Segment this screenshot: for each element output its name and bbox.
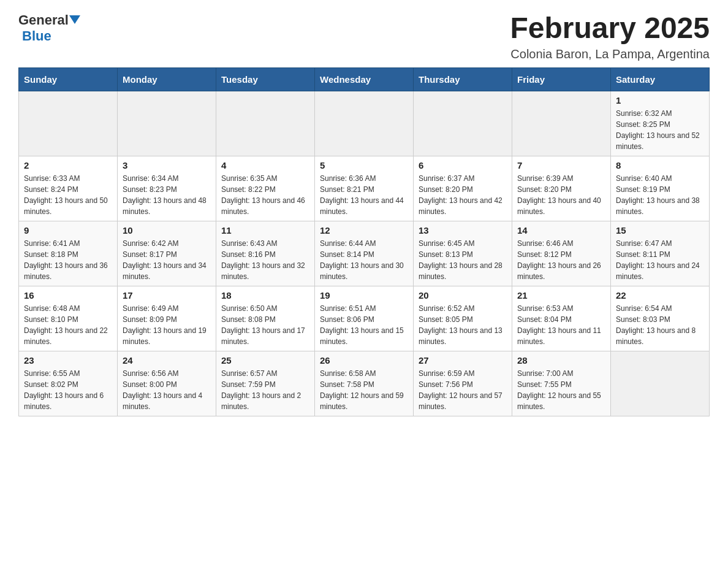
- logo-blue-text: Blue: [22, 28, 51, 44]
- week-row-1: 1Sunrise: 6:32 AMSunset: 8:25 PMDaylight…: [19, 91, 710, 156]
- calendar-cell: 8Sunrise: 6:40 AMSunset: 8:19 PMDaylight…: [611, 156, 710, 221]
- day-number: 4: [221, 160, 309, 170]
- calendar-cell: 21Sunrise: 6:53 AMSunset: 8:04 PMDayligh…: [512, 286, 611, 351]
- calendar-cell: [414, 91, 512, 156]
- day-info: Sunrise: 6:51 AMSunset: 8:06 PMDaylight:…: [320, 303, 408, 347]
- day-info: Sunrise: 6:58 AMSunset: 7:58 PMDaylight:…: [320, 368, 408, 412]
- calendar-table: SundayMondayTuesdayWednesdayThursdayFrid…: [18, 67, 710, 416]
- calendar-cell: 14Sunrise: 6:46 AMSunset: 8:12 PMDayligh…: [512, 221, 611, 286]
- day-number: 3: [123, 160, 211, 170]
- calendar-cell: 3Sunrise: 6:34 AMSunset: 8:23 PMDaylight…: [118, 156, 216, 221]
- calendar-cell: 4Sunrise: 6:35 AMSunset: 8:22 PMDaylight…: [216, 156, 315, 221]
- day-info: Sunrise: 6:42 AMSunset: 8:17 PMDaylight:…: [123, 238, 211, 282]
- calendar-cell: 22Sunrise: 6:54 AMSunset: 8:03 PMDayligh…: [611, 286, 710, 351]
- weekday-header-thursday: Thursday: [414, 67, 512, 91]
- calendar-cell: 16Sunrise: 6:48 AMSunset: 8:10 PMDayligh…: [19, 286, 118, 351]
- calendar-cell: 5Sunrise: 6:36 AMSunset: 8:21 PMDaylight…: [315, 156, 414, 221]
- day-info: Sunrise: 6:39 AMSunset: 8:20 PMDaylight:…: [517, 173, 605, 217]
- weekday-header-tuesday: Tuesday: [216, 67, 315, 91]
- week-row-3: 9Sunrise: 6:41 AMSunset: 8:18 PMDaylight…: [19, 221, 710, 286]
- day-info: Sunrise: 6:36 AMSunset: 8:21 PMDaylight:…: [320, 173, 408, 217]
- weekday-header-friday: Friday: [512, 67, 611, 91]
- calendar-cell: 11Sunrise: 6:43 AMSunset: 8:16 PMDayligh…: [216, 221, 315, 286]
- calendar-cell: 2Sunrise: 6:33 AMSunset: 8:24 PMDaylight…: [19, 156, 118, 221]
- calendar-cell: [315, 91, 414, 156]
- day-number: 15: [616, 225, 704, 236]
- calendar-cell: 13Sunrise: 6:45 AMSunset: 8:13 PMDayligh…: [414, 221, 512, 286]
- day-number: 6: [419, 160, 507, 170]
- weekday-header-sunday: Sunday: [19, 67, 118, 91]
- calendar-cell: 26Sunrise: 6:58 AMSunset: 7:58 PMDayligh…: [315, 351, 414, 416]
- day-info: Sunrise: 6:32 AMSunset: 8:25 PMDaylight:…: [616, 108, 704, 152]
- weekday-header-wednesday: Wednesday: [315, 67, 414, 91]
- day-number: 24: [123, 355, 211, 366]
- calendar-cell: 24Sunrise: 6:56 AMSunset: 8:00 PMDayligh…: [118, 351, 216, 416]
- calendar-cell: 17Sunrise: 6:49 AMSunset: 8:09 PMDayligh…: [118, 286, 216, 351]
- day-info: Sunrise: 7:00 AMSunset: 7:55 PMDaylight:…: [517, 368, 605, 412]
- day-number: 1: [616, 95, 704, 105]
- day-number: 19: [320, 290, 408, 301]
- day-info: Sunrise: 6:45 AMSunset: 8:13 PMDaylight:…: [419, 238, 507, 282]
- calendar-cell: [19, 91, 118, 156]
- day-info: Sunrise: 6:54 AMSunset: 8:03 PMDaylight:…: [616, 303, 704, 347]
- day-number: 11: [221, 225, 309, 236]
- day-info: Sunrise: 6:46 AMSunset: 8:12 PMDaylight:…: [517, 238, 605, 282]
- calendar-cell: 6Sunrise: 6:37 AMSunset: 8:20 PMDaylight…: [414, 156, 512, 221]
- day-number: 22: [616, 290, 704, 301]
- logo: General Blue: [18, 12, 80, 44]
- calendar-cell: 15Sunrise: 6:47 AMSunset: 8:11 PMDayligh…: [611, 221, 710, 286]
- day-number: 26: [320, 355, 408, 366]
- day-info: Sunrise: 6:34 AMSunset: 8:23 PMDaylight:…: [123, 173, 211, 217]
- week-row-4: 16Sunrise: 6:48 AMSunset: 8:10 PMDayligh…: [19, 286, 710, 351]
- calendar-cell: 7Sunrise: 6:39 AMSunset: 8:20 PMDaylight…: [512, 156, 611, 221]
- day-number: 23: [24, 355, 112, 366]
- day-number: 17: [123, 290, 211, 301]
- calendar-cell: 19Sunrise: 6:51 AMSunset: 8:06 PMDayligh…: [315, 286, 414, 351]
- day-info: Sunrise: 6:40 AMSunset: 8:19 PMDaylight:…: [616, 173, 704, 217]
- day-number: 7: [517, 160, 605, 170]
- location-subtitle: Colonia Baron, La Pampa, Argentina: [510, 47, 710, 61]
- day-info: Sunrise: 6:55 AMSunset: 8:02 PMDaylight:…: [24, 368, 112, 412]
- day-info: Sunrise: 6:33 AMSunset: 8:24 PMDaylight:…: [24, 173, 112, 217]
- calendar-cell: [611, 351, 710, 416]
- calendar-cell: 12Sunrise: 6:44 AMSunset: 8:14 PMDayligh…: [315, 221, 414, 286]
- day-number: 28: [517, 355, 605, 366]
- logo-triangle-icon: [69, 15, 80, 24]
- day-info: Sunrise: 6:41 AMSunset: 8:18 PMDaylight:…: [24, 238, 112, 282]
- week-row-5: 23Sunrise: 6:55 AMSunset: 8:02 PMDayligh…: [19, 351, 710, 416]
- day-info: Sunrise: 6:56 AMSunset: 8:00 PMDaylight:…: [123, 368, 211, 412]
- calendar-cell: 20Sunrise: 6:52 AMSunset: 8:05 PMDayligh…: [414, 286, 512, 351]
- day-number: 9: [24, 225, 112, 236]
- day-info: Sunrise: 6:53 AMSunset: 8:04 PMDaylight:…: [517, 303, 605, 347]
- calendar-cell: 23Sunrise: 6:55 AMSunset: 8:02 PMDayligh…: [19, 351, 118, 416]
- weekday-header-saturday: Saturday: [611, 67, 710, 91]
- day-number: 8: [616, 160, 704, 170]
- day-info: Sunrise: 6:47 AMSunset: 8:11 PMDaylight:…: [616, 238, 704, 282]
- calendar-cell: [216, 91, 315, 156]
- calendar-cell: 25Sunrise: 6:57 AMSunset: 7:59 PMDayligh…: [216, 351, 315, 416]
- logo-general-text: General: [18, 12, 69, 28]
- calendar-cell: 27Sunrise: 6:59 AMSunset: 7:56 PMDayligh…: [414, 351, 512, 416]
- weekday-header-row: SundayMondayTuesdayWednesdayThursdayFrid…: [19, 67, 710, 91]
- day-number: 18: [221, 290, 309, 301]
- day-number: 10: [123, 225, 211, 236]
- calendar-cell: 28Sunrise: 7:00 AMSunset: 7:55 PMDayligh…: [512, 351, 611, 416]
- day-number: 14: [517, 225, 605, 236]
- day-number: 13: [419, 225, 507, 236]
- day-number: 5: [320, 160, 408, 170]
- day-info: Sunrise: 6:50 AMSunset: 8:08 PMDaylight:…: [221, 303, 309, 347]
- page-header: General Blue February 2025 Colonia Baron…: [18, 12, 710, 61]
- calendar-cell: 1Sunrise: 6:32 AMSunset: 8:25 PMDaylight…: [611, 91, 710, 156]
- day-info: Sunrise: 6:52 AMSunset: 8:05 PMDaylight:…: [419, 303, 507, 347]
- calendar-cell: 10Sunrise: 6:42 AMSunset: 8:17 PMDayligh…: [118, 221, 216, 286]
- calendar-cell: [512, 91, 611, 156]
- day-number: 21: [517, 290, 605, 301]
- day-info: Sunrise: 6:35 AMSunset: 8:22 PMDaylight:…: [221, 173, 309, 217]
- week-row-2: 2Sunrise: 6:33 AMSunset: 8:24 PMDaylight…: [19, 156, 710, 221]
- day-number: 27: [419, 355, 507, 366]
- day-info: Sunrise: 6:59 AMSunset: 7:56 PMDaylight:…: [419, 368, 507, 412]
- day-info: Sunrise: 6:48 AMSunset: 8:10 PMDaylight:…: [24, 303, 112, 347]
- title-section: February 2025 Colonia Baron, La Pampa, A…: [510, 12, 710, 61]
- day-number: 25: [221, 355, 309, 366]
- day-number: 20: [419, 290, 507, 301]
